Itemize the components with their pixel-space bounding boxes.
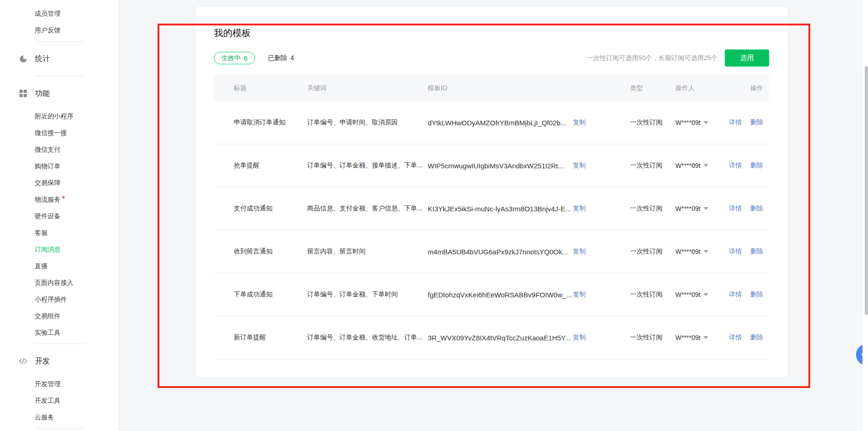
- template-type: 一次性订阅: [630, 333, 675, 342]
- tab-active-label: 生效中: [221, 54, 241, 62]
- template-title: 申请取消订单通知: [234, 118, 307, 127]
- delete-link[interactable]: 删除: [750, 161, 763, 169]
- sidebar-item-label: 交易组件: [35, 312, 61, 320]
- sidebar-item[interactable]: 微信搜一搜: [0, 125, 119, 142]
- sidebar-item[interactable]: 物流服务: [0, 191, 119, 208]
- template-title: 支付成功通知: [234, 204, 307, 213]
- sidebar-item[interactable]: 订阅消息: [0, 241, 119, 258]
- sidebar-item-label: 页面内容接入: [35, 279, 73, 287]
- sidebar-item-label: 附近的小程序: [35, 112, 73, 121]
- sidebar-section[interactable]: 功能: [0, 79, 119, 108]
- sidebar-item-label: 成员管理: [35, 10, 61, 18]
- copy-id-link[interactable]: 复制: [573, 118, 586, 127]
- delete-link[interactable]: 删除: [750, 204, 763, 212]
- tab-active-count: 6: [244, 55, 248, 62]
- template-id: WIP5cmwugwIUIgbiMsV3AndbxW251I2Rt...: [428, 162, 573, 170]
- sidebar-item[interactable]: 硬件设备: [0, 208, 119, 225]
- operator-dropdown[interactable]: W****09t: [675, 248, 727, 255]
- sidebar-item-label: 交易保障: [35, 179, 61, 187]
- sidebar-item[interactable]: 小程序插件: [0, 291, 119, 308]
- detail-link[interactable]: 详情: [729, 161, 742, 169]
- sidebar-item-label: 硬件设备: [35, 212, 61, 221]
- sidebar-item[interactable]: 云服务: [0, 409, 119, 426]
- sidebar-item[interactable]: 客服: [0, 225, 119, 241]
- sidebar-item-label: 直播: [35, 262, 48, 271]
- template-type: 一次性订阅: [630, 161, 675, 170]
- sidebar-item-label: 购物订单: [35, 162, 61, 171]
- sidebar-item-label: 用户反馈: [35, 26, 61, 35]
- sidebar-item[interactable]: 成员管理: [0, 6, 119, 22]
- chevron-down-icon: [704, 250, 708, 253]
- template-keywords: 订单编号、订单金额、下单时间: [307, 290, 428, 299]
- sidebar-item[interactable]: 购物订单: [0, 158, 119, 175]
- detail-link[interactable]: 详情: [729, 204, 742, 212]
- sidebar-item[interactable]: 用户反馈: [0, 22, 119, 39]
- detail-link[interactable]: 详情: [729, 118, 742, 126]
- template-type: 一次性订阅: [630, 204, 675, 213]
- copy-id-link[interactable]: 复制: [573, 247, 586, 256]
- delete-link[interactable]: 删除: [750, 333, 763, 341]
- template-keywords: 订单编号、申请时间、取消原因: [307, 118, 428, 127]
- template-id: KI3YkJEx5ikSi-muNc-lyAs3rm8O13Bnjv4J-E..…: [428, 205, 573, 213]
- tab-active-templates[interactable]: 生效中 6: [214, 52, 255, 64]
- detail-link[interactable]: 详情: [729, 247, 742, 255]
- chevron-down-icon: [704, 207, 708, 210]
- table-row: 新订单提醒 订单编号、订单金额、收货地址、订单... 3R_WVX09YvZ8I…: [214, 316, 769, 359]
- column-header-type: 类型: [630, 84, 675, 92]
- operator-name: W****09t: [675, 248, 700, 255]
- operator-name: W****09t: [675, 162, 700, 169]
- select-template-button[interactable]: 选用: [725, 49, 769, 67]
- sidebar-item-label: 客服: [35, 229, 48, 237]
- sidebar-section[interactable]: 统计: [0, 44, 119, 74]
- operator-dropdown[interactable]: W****09t: [675, 119, 727, 126]
- sidebar-item-label: 微信搜一搜: [35, 129, 67, 137]
- sidebar-divider: [35, 76, 85, 76]
- sidebar-item[interactable]: 附近的小程序: [0, 108, 119, 125]
- copy-id-link[interactable]: 复制: [573, 204, 586, 213]
- sidebar-section[interactable]: 开发: [0, 346, 119, 376]
- scrollbar-thumb[interactable]: [865, 66, 868, 315]
- copy-id-link[interactable]: 复制: [573, 290, 586, 299]
- sidebar-item[interactable]: 交易组件: [0, 308, 119, 325]
- sidebar-item[interactable]: 开发管理: [0, 376, 119, 393]
- sidebar: 成员管理用户反馈统计功能附近的小程序微信搜一搜微信支付购物订单交易保障物流服务硬…: [0, 0, 119, 431]
- delete-link[interactable]: 删除: [750, 290, 763, 298]
- sidebar-item-label: 物流服务: [35, 196, 61, 204]
- sidebar-item[interactable]: 开发工具: [0, 393, 119, 409]
- column-header-template-id: 模板ID: [428, 84, 630, 92]
- operator-dropdown[interactable]: W****09t: [675, 205, 727, 212]
- column-header-keywords: 关键词: [307, 84, 428, 92]
- delete-link[interactable]: 删除: [750, 118, 763, 126]
- column-header-title: 标题: [234, 84, 307, 92]
- template-type: 一次性订阅: [630, 290, 675, 299]
- template-title: 收到留言通知: [234, 247, 307, 256]
- table-row: 支付成功通知 商品信息、支付金额、客户信息、下单... KI3YkJEx5ikS…: [214, 187, 769, 230]
- sidebar-item[interactable]: 交易保障: [0, 175, 119, 191]
- tab-deleted-templates[interactable]: 已删除 4: [268, 54, 294, 62]
- sidebar-section-label: 开发: [35, 357, 50, 366]
- template-keywords: 商品信息、支付金额、客户信息、下单...: [307, 204, 428, 213]
- sidebar-item[interactable]: 直播: [0, 258, 119, 275]
- copy-id-link[interactable]: 复制: [573, 161, 586, 170]
- template-type: 一次性订阅: [630, 247, 675, 256]
- operator-dropdown[interactable]: W****09t: [675, 162, 727, 169]
- table-row: 收到留言通知 留言内容、留言时间 m4mBA5UB4bVUG6aPx9zkJ7n…: [214, 230, 769, 273]
- table-row: 下单成功通知 订单编号、订单金额、下单时间 fgEDtohzqVxKei6hEe…: [214, 273, 769, 316]
- operator-dropdown[interactable]: W****09t: [675, 334, 727, 341]
- sidebar-item[interactable]: 微信支付: [0, 142, 119, 158]
- tab-deleted-count: 4: [291, 54, 294, 62]
- operator-name: W****09t: [675, 119, 700, 126]
- sidebar-section-label: 统计: [35, 54, 50, 64]
- detail-link[interactable]: 详情: [729, 290, 742, 298]
- column-header-operator: 操作人: [675, 84, 727, 92]
- column-header-actions: 操作: [727, 84, 769, 92]
- copy-id-link[interactable]: 复制: [573, 333, 586, 342]
- operator-dropdown[interactable]: W****09t: [675, 291, 727, 298]
- sidebar-item[interactable]: 实验工具: [0, 325, 119, 341]
- delete-link[interactable]: 删除: [750, 247, 763, 255]
- template-title: 下单成功通知: [234, 290, 307, 299]
- page-title: 我的模板: [214, 26, 769, 39]
- detail-link[interactable]: 详情: [729, 333, 742, 341]
- sidebar-divider: [35, 428, 85, 429]
- sidebar-item[interactable]: 页面内容接入: [0, 275, 119, 291]
